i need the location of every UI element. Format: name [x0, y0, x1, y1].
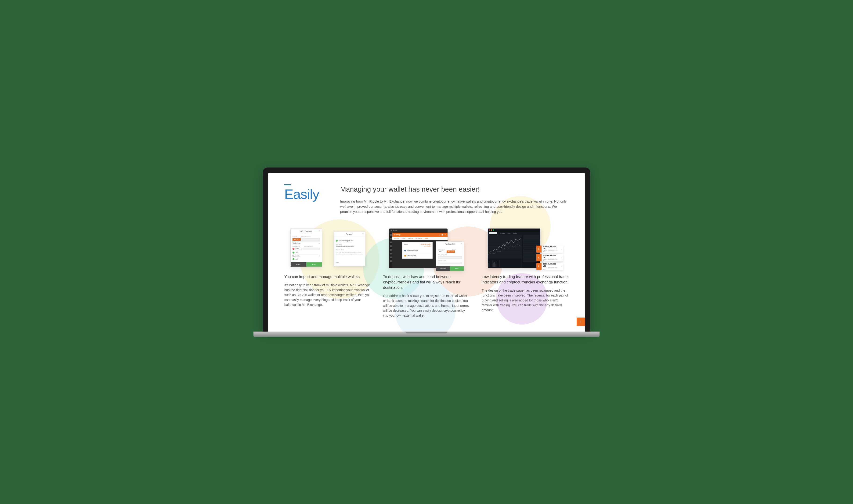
currency-select[interactable]: BTC ▾	[438, 251, 444, 253]
remove-icon[interactable]	[293, 248, 294, 250]
label-display-name: DISPLAY NAME	[301, 236, 311, 238]
tab-security[interactable]: Security	[408, 238, 413, 239]
generate-wallet-link[interactable]: Generate Wallet	[421, 244, 431, 245]
wallet-name-input[interactable]	[438, 256, 462, 259]
balance-sub: Litecoin · 8,000,00000 LTC / BTC	[543, 250, 559, 253]
label-wallet-name: WALLET NAME	[438, 254, 462, 256]
price-chart[interactable]	[488, 235, 522, 258]
nav-icon[interactable]	[390, 234, 391, 236]
svg-rect-5	[490, 261, 490, 267]
tab-profile[interactable]: Profile	[402, 238, 405, 239]
chart-tab-chart[interactable]: Chart	[508, 233, 510, 234]
balance-card-ltc[interactable]: Ł 303,948,981,000 LTCLitecoin · 8,000,00…	[536, 263, 563, 270]
link-wallet-link[interactable]: Link Wallet	[424, 245, 431, 247]
chevron-right-icon: ›	[560, 265, 563, 268]
wallet-info-header: Wallet Info.	[293, 242, 301, 244]
svg-rect-6	[491, 264, 491, 267]
chevron-down-icon[interactable]: ⌄	[318, 242, 320, 244]
add-contact-dialog: Add Contact× COLORDISPLAY NAME #FFCDC2 W…	[291, 229, 322, 267]
mockup-add-contact: Add Contact× COLORDISPLAY NAME #FFCDC2 W…	[291, 229, 365, 269]
tab-wallet[interactable]: Wallet	[425, 238, 429, 239]
close-icon[interactable]: ×	[362, 233, 364, 235]
tab-notification[interactable]: Notification	[416, 238, 422, 239]
secret-key-input[interactable]	[438, 262, 462, 264]
dialog-title: Add Contact	[300, 230, 312, 233]
bitcoin-icon	[404, 255, 406, 256]
svg-rect-12	[498, 263, 498, 267]
feature-deposit: Settings ▴▦● Account Profile Security No…	[383, 229, 470, 318]
section-label: Easily	[284, 184, 319, 215]
balance-value: 303,948,981,000 LTC	[543, 263, 559, 267]
chart-tab-studies[interactable]: Studies	[513, 233, 517, 234]
balance-card-ltc[interactable]: Ł 303,948,981,000 LTCLitecoin · 8,000,00…	[536, 246, 563, 253]
svg-rect-4	[488, 263, 489, 267]
nav-icon[interactable]	[390, 256, 391, 258]
label-color: COLOR	[293, 236, 297, 238]
laptop-base	[254, 331, 599, 337]
label-currency: CURRENCY	[438, 248, 445, 250]
page-headline: Managing your wallet has never been easi…	[340, 185, 569, 193]
user-icon[interactable]: ●	[445, 234, 446, 236]
section-title: Easily	[284, 186, 319, 202]
caret-down-icon: ▾	[442, 251, 443, 253]
contact-name: Mr.Exchange Bank	[338, 240, 353, 242]
color-swatch[interactable]: #FFCDC2	[447, 251, 455, 253]
fine-print: BTC Only. You can deposit above 0.05 usi…	[336, 252, 363, 255]
page-content: Easily Managing your wallet has never be…	[268, 173, 585, 331]
litecoin-icon: Ł	[536, 263, 542, 270]
accent-bar	[284, 184, 291, 185]
currency-select[interactable]: BTC ▾	[295, 248, 302, 250]
cancel-button[interactable]: Cancel	[436, 266, 450, 271]
nav-icon[interactable]	[390, 241, 391, 243]
chart-tab-compare[interactable]: Compare	[500, 233, 505, 234]
litecoin-icon: Ł	[536, 246, 542, 253]
close-icon[interactable]: ×	[461, 242, 462, 245]
mockup-trading: Compare Chart Studies	[488, 229, 562, 269]
settings-tabbar: Settings ▴▦●	[393, 233, 448, 237]
nav-icon[interactable]	[390, 249, 391, 251]
svg-rect-7	[492, 260, 492, 267]
feature-title: You can import and manage multiple walle…	[284, 274, 371, 280]
destination-input[interactable]	[302, 248, 320, 250]
feature-wallets: Add Contact× COLORDISPLAY NAME #FFCDC2 W…	[284, 229, 371, 318]
btc-wallet-label: BTC Wallet	[336, 244, 363, 246]
display-name-input[interactable]	[302, 238, 320, 241]
wallet-row-btc[interactable]: Bitcoin Wallet	[402, 253, 432, 258]
bell-icon[interactable]: ▴	[439, 234, 440, 236]
close-icon[interactable]: ×	[319, 230, 320, 232]
add-wallet-dialog: Add Wallet× CURRENCYCOLOR BTC ▾#FFCDC2 W…	[436, 241, 464, 271]
deposit-label: Deposit · Send	[336, 249, 363, 251]
add-icon[interactable]	[293, 252, 294, 253]
add-icon[interactable]	[293, 258, 294, 260]
laptop-bezel: Easily Managing your wallet has never be…	[263, 167, 590, 331]
nav-icon[interactable]	[390, 238, 391, 239]
color-swatch[interactable]: #FFCDC2	[293, 238, 301, 241]
chevron-right-icon[interactable]: ›	[319, 255, 320, 257]
nav-icon[interactable]	[390, 253, 391, 254]
svg-rect-13	[499, 260, 500, 267]
nav-icon[interactable]	[390, 260, 391, 262]
feature-body: The design of the trade page has been re…	[482, 288, 569, 313]
grid-icon[interactable]: ▦	[441, 234, 443, 236]
wallets-panel: Wallet Generate Wallet Link Wallet Ether…	[402, 242, 433, 259]
feature-title: Low latency trading feature with profess…	[482, 274, 569, 285]
label-currency: CURRENCY	[293, 246, 300, 247]
add-bank-label: Add	[296, 258, 298, 260]
page-intro: Improving from Mr. Ripple to Mr. Exchang…	[340, 199, 569, 215]
add-button[interactable]: Add	[450, 266, 464, 271]
feature-body: Our address book allows you to register …	[383, 293, 470, 318]
back-button[interactable]: Back	[291, 262, 306, 267]
trade-window: Compare Chart Studies	[488, 229, 540, 268]
balance-value: 303,948,981,000 LTC	[543, 246, 559, 250]
svg-rect-10	[495, 264, 496, 267]
pair-select[interactable]	[489, 232, 497, 234]
svg-rect-11	[497, 261, 497, 267]
scroll-top-button[interactable]: ↑	[577, 318, 585, 326]
wallet-row-eth[interactable]: Ethereum Wallet	[402, 248, 432, 253]
svg-rect-8	[493, 263, 493, 267]
edit-button[interactable]: Edit	[306, 262, 322, 267]
tab-account[interactable]: Account	[394, 238, 399, 239]
nav-icon[interactable]	[390, 245, 391, 247]
balance-card-ltc[interactable]: Ł 303,948,981,000 LTCLitecoin · 8,000,00…	[536, 254, 563, 261]
wallet-column-label: Wallet	[404, 244, 408, 245]
